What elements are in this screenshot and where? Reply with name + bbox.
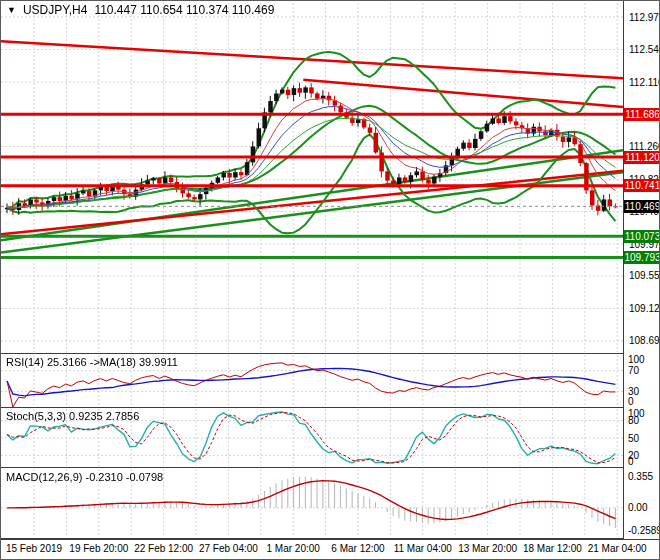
macd-scale-label: 0.00: [628, 502, 647, 513]
price-tick-label: 112.110: [629, 77, 660, 88]
macd-scale-label: 0.355: [628, 471, 653, 482]
time-axis-label: 27 Feb 04:00: [199, 543, 258, 554]
macd-scale-label: -0.2589: [628, 525, 660, 536]
stoch-scale-label: 80: [628, 415, 639, 426]
chart-title: ▼ USDJPY,H4 110.447 110.654 110.374 110.…: [7, 3, 274, 17]
ohlc-values-label: 110.447 110.654 110.374 110.469: [94, 3, 274, 17]
time-axis-label: 21 Mar 04:00: [588, 543, 647, 554]
price-badge-resistance: 111.686: [624, 108, 660, 121]
rsi-panel-label: RSI(14) 25.3166 ->MA(18) 39.9911: [6, 356, 178, 368]
time-axis-label: 18 Mar 12:00: [523, 543, 582, 554]
time-axis-label: 22 Feb 12:00: [134, 543, 193, 554]
price-badge-resistance: 110.741: [624, 179, 660, 192]
time-axis-label: 6 Mar 12:00: [331, 543, 384, 554]
price-badge-support: 110.073: [624, 230, 660, 243]
price-tick-label: 112.970: [629, 12, 660, 23]
stoch-scale-label: 50: [628, 433, 639, 444]
stoch-scale-label: 0: [628, 456, 634, 467]
time-axis-label: 13 Mar 20:00: [458, 543, 517, 554]
symbol-period-label: USDJPY,H4: [23, 3, 87, 17]
price-tick-label: 109.120: [629, 303, 660, 314]
rsi-scale-label: 70: [628, 365, 639, 376]
stoch-panel-label: Stoch(5,3,3) 0.9235 2.7856: [6, 410, 139, 422]
time-axis-label: 11 Mar 04:00: [394, 543, 452, 554]
trading-chart-window: ▼ USDJPY,H4 110.447 110.654 110.374 110.…: [0, 0, 660, 560]
price-badge-support: 109.793: [624, 251, 660, 264]
price-tick-label: 108.690: [629, 335, 660, 346]
time-axis-label: 1 Mar 20:00: [267, 543, 320, 554]
price-tick-label: 109.550: [629, 270, 660, 281]
time-axis-label: 15 Feb 2019: [6, 543, 62, 554]
price-tick-label: 112.540: [629, 44, 660, 55]
rsi-scale-label: 0: [628, 396, 634, 407]
chart-dropdown-icon[interactable]: ▼: [7, 5, 16, 15]
time-axis-label: 19 Feb 20:00: [69, 543, 128, 554]
price-badge-resistance: 111.120: [624, 151, 660, 164]
macd-panel-label: MACD(12,26,9) -0.2310 -0.0798: [6, 471, 163, 483]
rsi-scale-label: 100: [628, 354, 645, 365]
price-badge-current-bid: 110.469: [624, 200, 660, 213]
